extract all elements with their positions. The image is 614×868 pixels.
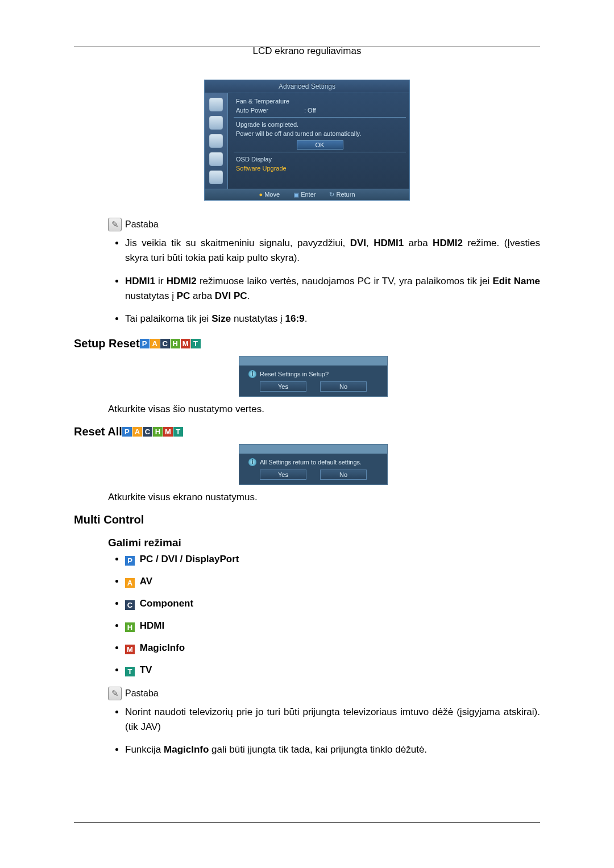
osd-reset-all-dialog: i All Settings return to default setting… <box>239 444 388 485</box>
badge-M-icon: M <box>125 645 135 654</box>
heading-multi-control: Multi Control <box>74 513 540 526</box>
osd-icon-5 <box>209 171 223 184</box>
osd-footer: Move Enter Return <box>205 189 409 200</box>
badge-T-icon: T <box>125 667 135 676</box>
osd-icon-4 <box>209 152 223 166</box>
badge-H-icon: H <box>153 427 163 437</box>
info-icon: i <box>248 458 256 466</box>
setup-reset-no-button[interactable]: No <box>320 381 367 392</box>
page: LCD ekrano reguliavimas Advanced Setting… <box>0 0 614 868</box>
badge-C-icon: C <box>160 339 170 348</box>
note2-item-2: Funkcija MagicInfo gali būti įjungta tik… <box>125 742 540 757</box>
reset-all-desc: Atkurkite visus ekrano nustatymus. <box>108 492 540 503</box>
badge-A-icon: A <box>125 578 135 588</box>
badge-C-icon: C <box>143 427 152 437</box>
badge-P-icon: P <box>122 427 132 437</box>
badge-P-icon: P <box>140 339 150 348</box>
badge-M-icon: M <box>163 427 173 437</box>
osd-footer-move: Move <box>259 191 280 198</box>
setup-reset-desc: Atkurkite visas šio nustatymo vertes. <box>108 404 540 415</box>
osd-icon-2 <box>209 116 223 130</box>
mode-badges-reset-all: P A C H M T <box>122 427 184 437</box>
note-icon: ✎ <box>108 687 122 700</box>
note-icon: ✎ <box>108 218 122 231</box>
badge-C-icon: C <box>125 600 135 610</box>
badge-H-icon: H <box>125 622 135 632</box>
osd-setup-reset-dialog: i Reset Settings in Setup? Yes No <box>239 356 388 397</box>
osd-msg2: Power will be off and turned on automati… <box>236 130 361 137</box>
osd-sidebar-icons <box>205 93 228 189</box>
badge-T-icon: T <box>191 339 201 348</box>
osd-fan-label: Fan & Temperature <box>236 98 289 105</box>
note-1: ✎ Pastaba <box>108 218 540 231</box>
note-1-label: Pastaba <box>125 219 159 230</box>
heading-reset-all: Reset All P A C H M T <box>74 425 540 438</box>
osd-msg1: Upgrade is completed. <box>236 121 298 128</box>
note-2-label: Pastaba <box>125 688 159 699</box>
osd-footer-enter: Enter <box>293 191 316 198</box>
osd-content: Fan & Temperature Auto Power : Off Upgra… <box>228 93 409 189</box>
note-2: ✎ Pastaba <box>108 687 540 700</box>
heading-setup-reset: Setup Reset P A C H M T <box>74 337 540 350</box>
heading-available-modes: Galimi režimai <box>108 537 540 549</box>
note1-item-3: Tai palaikoma tik jei Size nustatytas į … <box>125 312 540 326</box>
osd-icon-3 <box>209 134 223 148</box>
osd-ok-button[interactable]: OK <box>297 140 343 149</box>
setup-reset-question: Reset Settings in Setup? <box>260 371 329 377</box>
note-1-list: Jis veikia tik su skaitmeniniu signalu, … <box>125 236 540 327</box>
osd-software-upgrade: Software Upgrade <box>236 165 287 172</box>
badge-M-icon: M <box>181 339 190 348</box>
setup-reset-yes-button[interactable]: Yes <box>260 381 306 392</box>
mode-item-H: H HDMI <box>125 620 540 632</box>
badge-P-icon: P <box>125 556 135 566</box>
mode-badges-setup-reset: P A C H M T <box>140 339 201 348</box>
modes-list: P PC / DVI / DisplayPort A AV C Componen… <box>125 554 540 676</box>
mode-item-A: A AV <box>125 576 540 588</box>
note-2-list: Norint naudoti televizorių prie jo turi … <box>125 705 540 758</box>
badge-A-icon: A <box>150 339 160 348</box>
osd-osd-display: OSD Display <box>236 156 272 163</box>
osd-autopower-key: Auto Power <box>236 107 304 114</box>
note1-item-1: Jis veikia tik su skaitmeniniu signalu, … <box>125 236 540 266</box>
reset-all-yes-button[interactable]: Yes <box>260 470 306 480</box>
badge-H-icon: H <box>171 339 180 348</box>
note2-item-1: Norint naudoti televizorių prie jo turi … <box>125 705 540 735</box>
osd-title: Advanced Settings <box>205 80 409 93</box>
osd-autopower-val: : Off <box>304 107 316 114</box>
badge-T-icon: T <box>173 427 183 437</box>
osd-footer-return: Return <box>329 191 355 198</box>
osd-advanced-settings: Advanced Settings Fan & Temperature Auto… <box>204 80 410 201</box>
mode-item-T: T TV <box>125 665 540 676</box>
mode-item-C: C Component <box>125 598 540 610</box>
page-header-title: LCD ekrano reguliavimas <box>74 45 540 57</box>
mode-item-M: M MagicInfo <box>125 642 540 654</box>
info-icon: i <box>248 370 256 378</box>
badge-A-icon: A <box>132 427 142 437</box>
mode-item-P: P PC / DVI / DisplayPort <box>125 554 540 566</box>
osd-icon-1 <box>209 98 223 111</box>
bottom-rule <box>74 822 540 823</box>
reset-all-no-button[interactable]: No <box>320 470 367 480</box>
note1-item-2: HDMI1 ir HDMI2 režimuose laiko vertės, n… <box>125 274 540 304</box>
reset-all-question: All Settings return to default settings. <box>260 459 362 466</box>
